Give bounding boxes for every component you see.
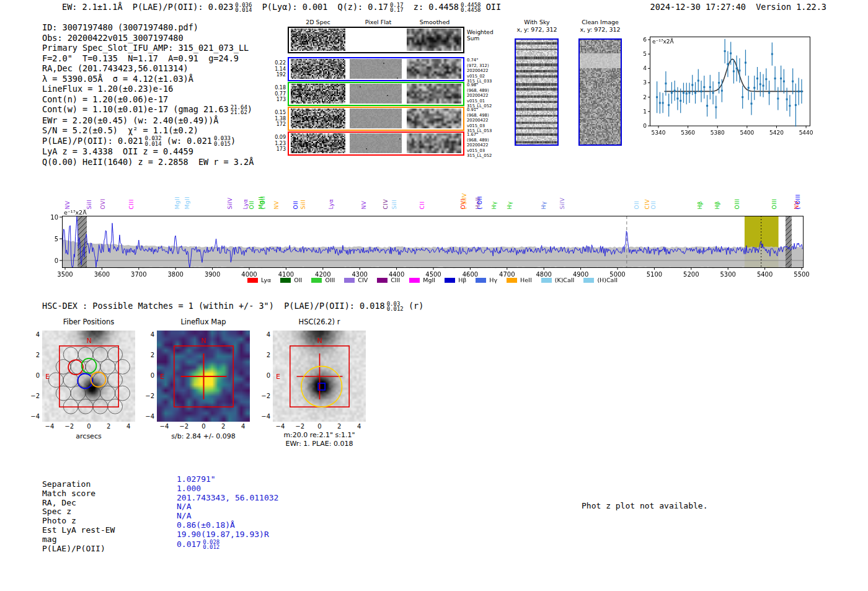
text-segment: P(LAE)/P(OII): 0.021 <box>42 136 143 146</box>
fiber-smoothed-image <box>407 59 461 79</box>
legend-label: Lyα <box>261 277 271 283</box>
text-segment: ) <box>247 104 252 114</box>
match-row-value: N/A <box>177 502 278 512</box>
stacked-uncertainty: 0.170.17 <box>390 2 404 13</box>
stacked-uncertainty: 0.44580.4458 <box>461 2 481 13</box>
fiber-pixelflat-image <box>350 84 402 104</box>
match-row-value: 1.000 <box>177 484 278 494</box>
legend-swatch <box>409 278 420 283</box>
clean-image-panel <box>578 38 622 146</box>
cutout-ytick-label: 4 <box>25 331 40 338</box>
legend-item: CIV <box>344 277 368 283</box>
match-row-value: N/A <box>177 512 278 521</box>
match-table-values: 1.02791"1.000201.743343, 56.011032N/AN/A… <box>177 475 278 550</box>
report-timestamp: 2024-12-30 17:27:40 <box>650 2 746 12</box>
legend-swatch <box>280 278 291 283</box>
cutout-ytick-label: 2 <box>255 352 270 358</box>
info-line: F=2.0" T=0.135 N=1.17 A=0.91 g=24.9 <box>42 53 254 64</box>
report-version: Version 1.22.3 <box>756 2 826 12</box>
legend-item: (H)CaII <box>583 277 618 283</box>
hsc-cutout-title: HSC(26.2) r <box>299 318 340 326</box>
fiber-pixelflat-image <box>350 109 402 128</box>
match-row-label: Separation <box>42 480 115 489</box>
match-row-value: 1.02791" <box>177 475 278 484</box>
cutout-xtick-label: −2 <box>178 423 190 430</box>
fiber-2dspec-image <box>291 109 345 128</box>
fiber-smoothed-image <box>407 133 461 153</box>
legend-label: (H)CaII <box>597 277 618 283</box>
detection-info-block: ID: 3007197480 (3007197480.pdf)Obs: 2020… <box>42 22 254 167</box>
weighted-smoothed-image <box>407 29 461 51</box>
text-segment: N/A <box>177 511 191 520</box>
cutout-xtick-label: −2 <box>294 423 306 430</box>
text-segment: (r) <box>404 301 424 311</box>
info-line: EWr = 2.20(±0.45) (w: 2.40(±0.49))Å <box>42 115 254 126</box>
fiber-2dspec-row <box>288 131 464 156</box>
legend-label: CIII <box>391 277 400 283</box>
fiber-2dspec-image <box>291 59 345 79</box>
fiber-pixelflat-image <box>350 133 402 153</box>
text-segment: RA,Dec (201.743423,56.011314) <box>42 63 188 73</box>
cutout-xtick-label: 0 <box>83 423 95 430</box>
info-line: LyA z = 3.4338 OII z = 0.4459 <box>42 146 254 157</box>
match-row-value: 0.0170.0280.012 <box>177 540 278 550</box>
info-line: ID: 3007197480 (3007197480.pdf) <box>42 22 254 33</box>
text-segment: 1.02791" <box>177 474 216 484</box>
match-row-label: mag <box>42 535 115 544</box>
legend-swatch <box>344 278 355 283</box>
legend-swatch <box>476 278 486 283</box>
lineflux-map-xlabel: s/b: 2.84 +/- 0.098 <box>171 432 236 440</box>
match-row-label: Match score <box>42 489 115 499</box>
legend-item: OII <box>280 277 302 283</box>
text-segment: LineFlux = 1.20(±0.23)e-16 <box>42 84 173 94</box>
fiber-positions-xlabel: arcsecs <box>76 432 101 440</box>
hsc-dex-match-line: HSC-DEX : Possible Matches = 1 (within +… <box>42 301 423 312</box>
text-segment: Obs: 20200422v015_3007197480 <box>42 33 184 43</box>
spec2d-col-header: 2D Spec <box>306 19 330 25</box>
text-segment: 0.017 <box>177 540 201 549</box>
fiber-row-info: 0.74"(972, 312)20200422v015_02315_LL_033 <box>467 58 492 84</box>
legend-label: MgII <box>423 277 435 283</box>
fiber-2dspec-row <box>288 57 464 81</box>
match-row-label: Photo z <box>42 517 115 526</box>
legend-label: Hγ <box>489 277 497 283</box>
legend-item: CIII <box>377 277 400 283</box>
fiber-row-weights: 0.180.77173 <box>265 85 286 103</box>
stacked-uncertainty: 0.0330.015 <box>214 136 231 146</box>
text-segment: λ = 5390.05Å σ = 4.12(±1.03)Å <box>42 74 193 84</box>
text-segment: F=2.0" T=0.135 N=1.17 A=0.91 g=24.9 <box>42 53 239 63</box>
cutout-xtick-label: 2 <box>333 423 345 430</box>
legend-item: Hβ <box>445 277 466 283</box>
clean-image-title: Clean Image <box>582 19 619 25</box>
fiber-row-info: 0.98"(968, 489)20200422v015_01315_LL_052 <box>467 82 492 109</box>
cutout-ytick-label: −4 <box>140 413 154 420</box>
cutout-xtick-label: −2 <box>63 423 76 430</box>
info-line: Obs: 20200422v015_3007197480 <box>42 33 254 43</box>
cutout-xtick-label: 2 <box>102 423 115 430</box>
match-row-value: 0.86(±0.18)Å <box>177 521 278 530</box>
fiber-2dspec-row <box>288 107 464 131</box>
weighted-sum-row <box>288 27 464 53</box>
header-summary-line: EW: 2.1±1.1Å P(LAE)/P(OII): 0.0230.0360.… <box>62 2 501 13</box>
info-line: P(LAE)/P(OII): 0.0210.0320.014 (w: 0.021… <box>42 136 254 147</box>
legend-swatch <box>541 278 552 283</box>
cutout-xtick-label: 4 <box>237 423 249 430</box>
legend-swatch <box>507 278 517 283</box>
cutout-ytick-label: 4 <box>140 331 154 338</box>
legend-item: OIII <box>311 277 335 283</box>
text-segment: Q(0.00) HeII(1640) z = 2.2858 EW r = 3.2… <box>42 157 254 167</box>
text-segment: ID: 3007197480 (3007197480.pdf) <box>42 22 198 32</box>
weighted-sum-label: Weighted Sum <box>467 29 494 42</box>
text-segment: Primary Spec_Slot_IFU_AMP: 315_021_073_L… <box>42 43 249 53</box>
match-row-label: Est LyA rest-EW <box>42 526 115 535</box>
cutout-ytick-label: −2 <box>140 393 154 399</box>
stacked-uncertainty: 0.0320.014 <box>145 136 162 146</box>
info-line: Cont(w) = 1.10(±0.01)e-17 (gmag 21.6321.… <box>42 104 254 115</box>
fiber-positions-title: Fiber Positions <box>63 318 115 326</box>
text-segment: (w: 0.021 <box>162 136 212 146</box>
fiber-positions-image <box>42 331 135 422</box>
legend-swatch <box>583 278 594 283</box>
text-segment: 201.743343, 56.011032 <box>177 493 278 502</box>
legend-label: OIII <box>325 277 335 283</box>
info-line: Primary Spec_Slot_IFU_AMP: 315_021_073_L… <box>42 43 254 53</box>
